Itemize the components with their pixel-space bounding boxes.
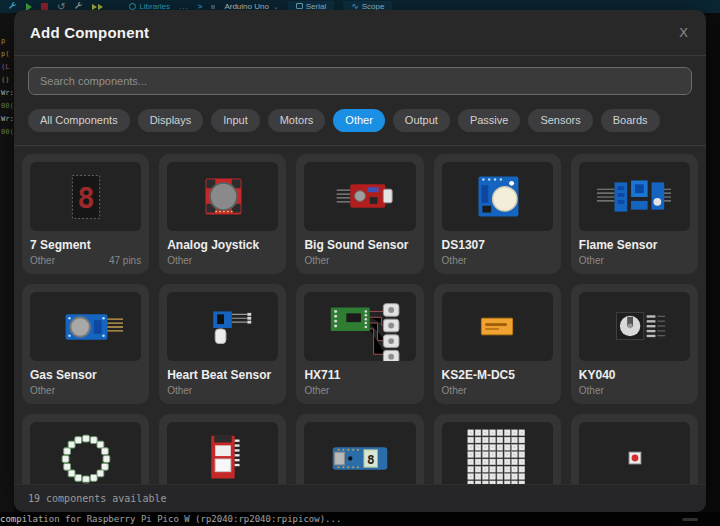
libraries-icon <box>129 3 136 10</box>
component-category: Other <box>30 385 55 396</box>
component-meta: Other <box>442 385 553 396</box>
filter-chip-passive[interactable]: Passive <box>458 109 521 132</box>
console-output: compilation for Raspberry Pi Pico W (rp2… <box>0 512 720 526</box>
console-scrollbar[interactable] <box>682 518 698 521</box>
led-red-thumbnail <box>579 422 690 485</box>
code-fragment: p( <box>0 48 14 61</box>
component-card[interactable]: 8 <box>296 414 423 485</box>
component-card-ds1307[interactable]: DS1307 Other <box>434 154 561 274</box>
component-card-heart-beat-sensor[interactable]: Heart Beat Sensor Other <box>159 284 286 404</box>
filter-chip-all-components[interactable]: All Components <box>28 109 130 132</box>
component-category: Other <box>304 255 329 266</box>
component-name: KY040 <box>579 369 690 382</box>
gas-sensor-thumbnail <box>30 292 141 361</box>
component-card[interactable] <box>434 414 561 485</box>
component-category: Other <box>442 255 467 266</box>
component-category: Other <box>579 385 604 396</box>
component-meta: Other <box>304 255 415 266</box>
component-count-status: 19 components available <box>28 493 166 504</box>
rtc-battery-thumbnail <box>442 162 553 231</box>
code-fragment: p <box>0 35 14 48</box>
dialog-footer: 19 components available <box>14 484 706 512</box>
blue-board-thumbnail: 8 <box>304 422 415 485</box>
component-name: 7 Segment <box>30 239 141 252</box>
wrench-icon[interactable] <box>8 1 17 12</box>
flame-sensor-thumbnail <box>579 162 690 231</box>
component-name: Flame Sensor <box>579 239 690 252</box>
component-meta: Other <box>579 255 690 266</box>
component-card-7-segment[interactable]: 8 7 Segment Other 47 pins <box>22 154 149 274</box>
component-category: Other <box>304 385 329 396</box>
component-meta: Other <box>167 255 278 266</box>
component-meta: Other <box>442 255 553 266</box>
component-category: Other <box>579 255 604 266</box>
component-card-ky040[interactable]: KY040 Other <box>571 284 698 404</box>
stop-icon[interactable] <box>41 3 48 10</box>
component-name: KS2E-M-DC5 <box>442 369 553 382</box>
scope-wave-icon: ∿ <box>351 3 359 9</box>
component-card-hx711[interactable]: HX711 Other <box>296 284 423 404</box>
component-meta: Other <box>304 385 415 396</box>
component-card[interactable] <box>22 414 149 485</box>
component-name: Analog Joystick <box>167 239 278 252</box>
code-fragment: 00( <box>0 126 14 139</box>
component-card-big-sound-sensor[interactable]: Big Sound Sensor Other <box>296 154 423 274</box>
component-category: Other <box>167 385 192 396</box>
component-meta: Other <box>579 385 690 396</box>
component-meta: Other <box>167 385 278 396</box>
filter-chip-boards[interactable]: Boards <box>601 109 660 132</box>
component-name: DS1307 <box>442 239 553 252</box>
svg-text:8: 8 <box>77 180 95 214</box>
seven-segment-thumbnail: 8 <box>30 162 141 231</box>
joystick-thumbnail <box>167 162 278 231</box>
dialog-header: Add Component X <box>14 10 706 56</box>
component-grid: 8 7 Segment Other 47 pins Analog Joystic… <box>14 146 706 485</box>
component-card[interactable] <box>571 414 698 485</box>
big-sound-thumbnail <box>304 162 415 231</box>
component-card-gas-sensor[interactable]: Gas Sensor Other <box>22 284 149 404</box>
component-meta: Other <box>30 385 141 396</box>
pause-square-icon <box>211 5 215 9</box>
component-category: Other <box>30 255 55 266</box>
code-fragment: Wr: <box>0 87 14 100</box>
relay-orange-thumbnail <box>442 292 553 361</box>
rotary-encoder-thumbnail <box>579 292 690 361</box>
led-matrix-thumbnail <box>442 422 553 485</box>
code-fragment: () <box>0 74 14 87</box>
component-name: Gas Sensor <box>30 369 141 382</box>
fast-forward-icon[interactable] <box>92 4 103 10</box>
component-card[interactable] <box>159 414 286 485</box>
close-icon[interactable]: X <box>677 25 690 40</box>
code-editor-strip: pp((L()Wr:00(Wr:00( <box>0 13 14 512</box>
add-component-dialog: Add Component X All ComponentsDisplaysIn… <box>14 10 706 512</box>
search-input[interactable] <box>28 67 692 95</box>
hx711-connectors-thumbnail <box>304 292 415 361</box>
component-meta: Other 47 pins <box>30 255 141 266</box>
filter-chip-other[interactable]: Other <box>333 109 385 132</box>
dialog-title: Add Component <box>30 24 149 41</box>
filter-chip-output[interactable]: Output <box>393 109 450 132</box>
component-card-flame-sensor[interactable]: Flame Sensor Other <box>571 154 698 274</box>
component-card-ks2e-m-dc5[interactable]: KS2E-M-DC5 Other <box>434 284 561 404</box>
code-fragment: 00( <box>0 100 14 113</box>
console-text: compilation for Raspberry Pi Pico W (rp2… <box>0 514 341 524</box>
svg-text:8: 8 <box>367 452 375 467</box>
component-category: Other <box>442 385 467 396</box>
serial-monitor-icon <box>296 3 303 9</box>
search-area <box>14 56 706 104</box>
component-pin-count: 47 pins <box>109 255 141 266</box>
component-name: HX711 <box>304 369 415 382</box>
component-category: Other <box>167 255 192 266</box>
filter-chip-input[interactable]: Input <box>211 109 259 132</box>
filter-chip-displays[interactable]: Displays <box>138 109 204 132</box>
code-fragment: (L <box>0 61 14 74</box>
filter-chip-sensors[interactable]: Sensors <box>528 109 592 132</box>
filter-chips: All ComponentsDisplaysInputMotorsOtherOu… <box>14 104 706 146</box>
component-card-analog-joystick[interactable]: Analog Joystick Other <box>159 154 286 274</box>
led-ring-thumbnail <box>30 422 141 485</box>
heartbeat-sensor-thumbnail <box>167 292 278 361</box>
red-module-thumbnail <box>167 422 278 485</box>
component-name: Big Sound Sensor <box>304 239 415 252</box>
code-fragment: Wr: <box>0 113 14 126</box>
filter-chip-motors[interactable]: Motors <box>268 109 326 132</box>
